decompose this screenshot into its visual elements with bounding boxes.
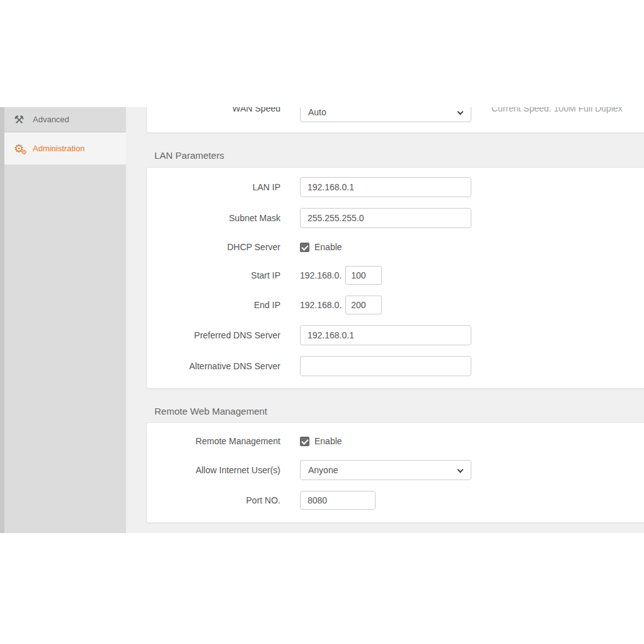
end-ip-row: End IP 192.168.0. xyxy=(147,296,644,314)
sidebar-scroll-strip xyxy=(0,107,4,533)
lan-ip-label: LAN IP xyxy=(147,182,280,192)
preferred-dns-row: Preferred DNS Server xyxy=(147,325,644,345)
remote-management-checkbox-label: Enable xyxy=(314,436,342,446)
wan-speed-select[interactable]: Auto xyxy=(300,107,471,122)
lan-ip-input[interactable] xyxy=(300,177,471,197)
remote-web-management-title: Remote Web Management xyxy=(154,405,267,418)
allow-internet-users-select[interactable]: Anyone xyxy=(300,460,471,480)
alternative-dns-label: Alternative DNS Server xyxy=(147,361,280,371)
alternative-dns-input[interactable] xyxy=(300,356,471,376)
dhcp-enable-checkbox[interactable] xyxy=(300,243,309,252)
gear-icon: ⚙⚙ xyxy=(14,143,33,154)
dhcp-server-row: DHCP Server Enable xyxy=(147,239,644,255)
remote-management-label: Remote Management xyxy=(147,436,280,446)
start-ip-row: Start IP 192.168.0. xyxy=(147,266,644,285)
start-ip-label: Start IP xyxy=(147,270,280,280)
wan-speed-label: WAN Speed xyxy=(147,107,280,118)
tools-icon: ⚒ xyxy=(14,114,33,125)
port-no-row: Port NO. xyxy=(147,491,644,510)
end-ip-prefix: 192.168.0. xyxy=(300,300,342,310)
dhcp-enable-checkbox-label: Enable xyxy=(314,242,342,252)
wan-settings-card: WAN Speed Auto Current Speed: 100M Full … xyxy=(146,107,644,133)
subnet-mask-label: Subnet Mask xyxy=(147,213,280,223)
wan-speed-selected-value: Auto xyxy=(308,107,326,117)
allow-internet-users-label: Allow Internet User(s) xyxy=(147,465,280,475)
dhcp-server-label: DHCP Server xyxy=(147,242,280,252)
chevron-down-icon xyxy=(457,109,464,115)
lan-parameters-title: LAN Parameters xyxy=(154,149,224,162)
end-ip-input[interactable] xyxy=(345,296,382,314)
app-viewport: ⚒ Advanced ⚙⚙ Administration WAN Speed A… xyxy=(0,107,644,533)
chevron-down-icon xyxy=(457,467,464,473)
allow-internet-users-selected-value: Anyone xyxy=(308,465,338,475)
remote-web-management-card: Remote Management Enable Allow Internet … xyxy=(146,422,644,523)
sidebar-item-administration[interactable]: ⚙⚙ Administration xyxy=(4,132,126,164)
lan-ip-row: LAN IP xyxy=(147,177,644,197)
start-ip-prefix: 192.168.0. xyxy=(300,270,342,280)
sidebar-item-advanced[interactable]: ⚒ Advanced xyxy=(4,107,126,132)
subnet-mask-input[interactable] xyxy=(300,208,471,228)
preferred-dns-label: Preferred DNS Server xyxy=(147,330,280,340)
start-ip-input[interactable] xyxy=(345,266,382,285)
port-no-label: Port NO. xyxy=(147,495,280,505)
wan-current-speed-status: Current Speed: 100M Full Duplex xyxy=(492,107,623,118)
alternative-dns-row: Alternative DNS Server xyxy=(147,356,644,376)
sidebar: ⚒ Advanced ⚙⚙ Administration xyxy=(4,107,126,533)
preferred-dns-input[interactable] xyxy=(300,325,471,345)
remote-management-enable-checkbox[interactable] xyxy=(300,437,309,446)
sidebar-item-label: Administration xyxy=(33,144,84,153)
remote-management-row: Remote Management Enable xyxy=(147,433,644,449)
end-ip-label: End IP xyxy=(147,300,280,310)
subnet-mask-row: Subnet Mask xyxy=(147,208,644,228)
allow-internet-users-row: Allow Internet User(s) Anyone xyxy=(147,460,644,480)
port-no-input[interactable] xyxy=(300,491,376,510)
lan-parameters-card: LAN IP Subnet Mask DHCP Server Enable St… xyxy=(146,167,644,389)
main-content: WAN Speed Auto Current Speed: 100M Full … xyxy=(126,107,644,533)
sidebar-item-label: Advanced xyxy=(33,115,69,124)
